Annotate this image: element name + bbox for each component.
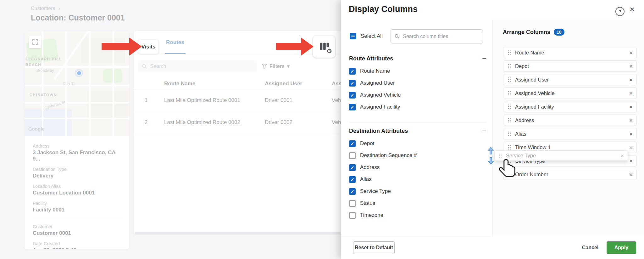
drag-handle-icon[interactable] — [508, 145, 511, 150]
checkbox-label: Depot — [360, 140, 374, 147]
checkbox[interactable]: ✓ — [349, 80, 356, 87]
section-title: Destination Attributes — [349, 128, 408, 134]
column-checkbox-row[interactable]: ✓ Destination Sequence # — [349, 149, 417, 161]
section-route-attributes: Route Attributes − — [349, 55, 486, 62]
select-all-checkbox[interactable] — [350, 33, 356, 39]
drag-handle-icon[interactable] — [508, 118, 511, 123]
arrange-item[interactable]: Assigned Vehicle × — [504, 87, 637, 99]
checkbox[interactable]: ✓ — [349, 68, 356, 75]
column-count-badge: 10 — [554, 29, 564, 36]
arrange-item[interactable]: Depot × — [504, 60, 637, 72]
check-icon: ✓ — [350, 93, 354, 98]
column-checkbox-row[interactable]: ✓ Status — [349, 197, 417, 209]
help-icon: ? — [619, 9, 621, 14]
check-icon: ✓ — [350, 81, 354, 86]
help-button[interactable]: ? — [615, 7, 625, 16]
check-icon: ✓ — [350, 141, 354, 146]
reset-to-default-button[interactable]: Reset to Default — [353, 241, 395, 254]
checkbox[interactable]: ✓ — [349, 140, 356, 147]
column-checkbox-row[interactable]: ✓ Address — [349, 161, 417, 173]
checkbox-label: Service Type — [360, 188, 391, 194]
arrange-columns-title: Arrange Columns — [503, 29, 550, 36]
indeterminate-mark-icon — [351, 36, 355, 37]
column-checkbox-row[interactable]: ✓ Timezone — [349, 209, 417, 221]
hand-cursor-icon — [499, 158, 517, 180]
checkbox-label: Timezone — [360, 212, 383, 218]
drag-handle-icon[interactable] — [508, 104, 511, 109]
arrange-item-label: Route Name — [515, 50, 629, 56]
display-columns-panel: Display Columns ? × Select All Route Att… — [341, 0, 644, 259]
drag-handle-icon[interactable] — [508, 131, 511, 136]
checkbox[interactable]: ✓ — [349, 152, 356, 159]
remove-icon[interactable]: × — [629, 77, 633, 83]
remove-icon[interactable]: × — [629, 144, 633, 150]
arrange-item-label: Depot — [515, 63, 629, 69]
arrange-item-label: Address — [515, 117, 629, 123]
check-icon: ✓ — [350, 165, 354, 170]
check-icon: ✓ — [350, 69, 354, 74]
arrange-item[interactable]: Order Number × — [504, 169, 637, 180]
column-checkbox-row[interactable]: ✓ Depot — [349, 138, 417, 149]
column-checkbox-row[interactable]: ✓ Assigned User — [349, 77, 401, 89]
checkbox[interactable]: ✓ — [349, 200, 356, 207]
checkbox-label: Route Name — [360, 68, 390, 74]
arrange-item[interactable]: Alias × — [504, 128, 637, 139]
checkbox[interactable]: ✓ — [349, 176, 356, 183]
checkbox[interactable]: ✓ — [349, 188, 356, 195]
cancel-button[interactable]: Cancel — [578, 241, 603, 254]
checkbox[interactable]: ✓ — [349, 92, 356, 99]
section-destination-attributes: Destination Attributes − — [349, 127, 486, 135]
checkbox-label: Assigned User — [360, 80, 395, 86]
checkbox[interactable]: ✓ — [349, 104, 356, 110]
display-columns-button[interactable]: ⚙ — [313, 36, 335, 58]
drag-handle-icon[interactable] — [508, 64, 511, 69]
remove-icon[interactable]: × — [629, 50, 633, 56]
check-icon: ✓ — [350, 105, 354, 110]
arrange-columns-list: Route Name × Depot × Assigned User × Ass… — [504, 47, 637, 182]
remove-icon[interactable]: × — [629, 117, 633, 123]
column-checkbox-row[interactable]: ✓ Route Name — [349, 65, 401, 77]
arrange-item[interactable]: Route Name × — [504, 47, 637, 58]
remove-icon[interactable]: × — [629, 158, 633, 164]
collapse-icon[interactable]: − — [482, 127, 486, 135]
select-all-row[interactable]: Select All — [350, 33, 383, 39]
collapse-icon[interactable]: − — [482, 55, 486, 62]
column-search[interactable] — [391, 29, 483, 43]
check-icon: ✓ — [350, 177, 354, 182]
arrange-item-label: Order Number — [515, 172, 629, 177]
column-checkbox-row[interactable]: ✓ Assigned Vehicle — [349, 89, 401, 101]
arrange-item[interactable]: Address × — [504, 115, 637, 126]
column-search-input[interactable] — [402, 33, 479, 40]
remove-icon[interactable]: × — [629, 131, 633, 137]
section-title: Route Attributes — [349, 55, 393, 62]
remove-icon[interactable]: × — [629, 90, 633, 96]
remove-icon[interactable]: × — [629, 104, 633, 110]
checkbox-label: Status — [360, 200, 375, 206]
arrange-item[interactable]: Assigned Facility × — [504, 101, 637, 112]
arrange-item-label: Assigned User — [515, 77, 629, 83]
move-down-arrow-icon — [488, 157, 494, 165]
drag-ghost-label: Service Type — [506, 153, 620, 159]
checkbox[interactable]: ✓ — [349, 164, 356, 171]
apply-button[interactable]: Apply — [607, 241, 636, 254]
move-up-arrow-icon — [488, 147, 494, 155]
arrange-item[interactable]: Assigned User × — [504, 74, 637, 85]
checkbox[interactable]: ✓ — [349, 212, 356, 219]
modal-title: Display Columns — [349, 4, 418, 14]
arrange-item-label: Assigned Vehicle — [515, 90, 629, 96]
column-checkbox-row[interactable]: ✓ Assigned Facility — [349, 101, 401, 113]
drag-handle-icon[interactable] — [508, 77, 511, 82]
checkbox-label: Destination Sequence # — [360, 152, 417, 159]
check-icon: ✓ — [350, 189, 354, 194]
remove-icon[interactable]: × — [629, 63, 633, 69]
drag-handle-icon[interactable] — [508, 91, 511, 96]
checkbox-label: Assigned Facility — [360, 104, 400, 110]
checkbox-label: Assigned Vehicle — [360, 92, 401, 98]
remove-icon[interactable]: × — [629, 172, 633, 177]
close-button[interactable]: × — [630, 5, 635, 14]
arrange-item-label: Alias — [515, 131, 629, 137]
route-attributes-list: ✓ Route Name ✓ Assigned User ✓ Assigned … — [349, 65, 401, 113]
drag-handle-icon[interactable] — [508, 50, 511, 55]
column-checkbox-row[interactable]: ✓ Service Type — [349, 185, 417, 197]
column-checkbox-row[interactable]: ✓ Alias — [349, 173, 417, 185]
